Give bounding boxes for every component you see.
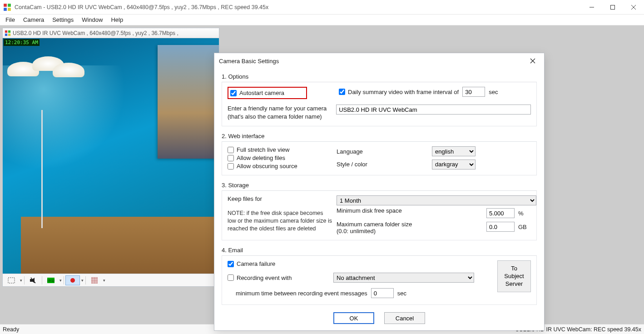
camera-name-input[interactable]: [336, 105, 531, 115]
language-label: Language: [337, 148, 427, 155]
full-stretch-checkbox[interactable]: Full stretch live view: [228, 146, 332, 153]
capture-area-dropdown[interactable]: ▾: [19, 278, 23, 283]
section-email: Camera failure Recording event with No a…: [222, 255, 537, 305]
keep-files-label: Keep files for: [228, 195, 332, 202]
cancel-button[interactable]: Cancel: [384, 312, 425, 324]
max-folder-label1: Maximum camera folder size: [337, 221, 482, 228]
camera-icon: [5, 30, 11, 36]
overlay-timestamp: 12:20:35 AM: [4, 39, 40, 46]
menu-file[interactable]: File: [3, 15, 20, 24]
svg-rect-5: [5, 30, 7, 32]
daily-interval-unit: sec: [489, 89, 498, 95]
dialog-title: Camera Basic Settings: [219, 58, 526, 65]
close-button[interactable]: [623, 0, 644, 15]
svg-rect-7: [5, 33, 7, 35]
max-folder-label2: (0.0: unlimited): [337, 228, 482, 234]
ok-button[interactable]: OK: [333, 312, 374, 324]
mute-camera-button[interactable]: [26, 275, 40, 285]
svg-rect-0: [4, 4, 7, 7]
allow-delete-checkbox[interactable]: Allow deleting files: [228, 155, 332, 161]
workspace: USB2.0 HD IR UVC WebCam , 640x480@7.5fps…: [0, 25, 644, 324]
timestamp-overlay-dropdown[interactable]: ▾: [59, 278, 62, 283]
style-label: Style / color: [337, 161, 427, 168]
app-icon: [3, 3, 11, 11]
section-options-head: 1. Options: [222, 73, 537, 80]
svg-rect-1: [8, 4, 11, 7]
svg-rect-3: [8, 8, 11, 11]
camera-child-window: USB2.0 HD IR UVC WebCam , 640x480@7.5fps…: [2, 28, 219, 287]
section-web-head: 2. Web interface: [222, 133, 537, 140]
svg-rect-8: [8, 33, 10, 35]
timestamp-overlay-button[interactable]: 19:12: [44, 275, 58, 285]
svg-rect-4: [611, 5, 615, 9]
allow-obscure-checkbox[interactable]: Allow obscuring source: [228, 163, 332, 169]
record-dropdown[interactable]: ▾: [80, 278, 84, 283]
section-options: Autostart camera Daily summary video wit…: [222, 82, 537, 126]
to-subject-server-button[interactable]: To Subject Server: [497, 260, 531, 292]
section-storage-head: 3. Storage: [222, 182, 537, 189]
camera-failure-checkbox[interactable]: Camera failure: [228, 260, 490, 267]
menu-camera[interactable]: Camera: [20, 15, 50, 24]
svg-text:19:12: 19:12: [47, 279, 54, 282]
recording-event-checkbox[interactable]: Recording event with: [228, 274, 330, 281]
status-left: Ready: [3, 326, 19, 333]
storage-note: NOTE: if the free disk space becomes low…: [228, 209, 332, 233]
min-free-label: Minimum disk free space: [337, 207, 482, 214]
title-bar: ContaCam - USB2.0 HD IR UVC WebCam , 640…: [0, 0, 644, 15]
maximize-button[interactable]: [602, 0, 623, 15]
max-folder-unit: GB: [518, 224, 527, 230]
grid-dropdown[interactable]: ▾: [102, 278, 106, 283]
keep-files-select[interactable]: 1 Month: [337, 195, 536, 205]
camera-name-hint2: (that's also the camera folder name): [228, 113, 327, 121]
language-select[interactable]: english: [432, 146, 476, 156]
menu-bar: File Camera Settings Window Help: [0, 15, 644, 25]
daily-summary-checkbox[interactable]: Daily summary video with frame interval …: [339, 89, 459, 95]
svg-point-12: [70, 278, 75, 283]
child-window-title: USB2.0 HD IR UVC WebCam , 640x480@7.5fps…: [13, 30, 178, 36]
section-storage: Keep files for 1 Month Minimum disk free…: [222, 190, 537, 240]
autostart-camera-checkbox[interactable]: Autostart camera: [230, 90, 284, 96]
max-folder-input[interactable]: [486, 222, 515, 232]
autostart-highlight: Autostart camera: [228, 87, 307, 99]
section-web: Language english Full stretch live view …: [222, 141, 537, 175]
section-email-head: 4. Email: [222, 247, 537, 254]
capture-area-button[interactable]: [4, 275, 19, 285]
attachment-select[interactable]: No attachment: [333, 273, 474, 283]
menu-settings[interactable]: Settings: [50, 15, 79, 24]
daily-interval-input[interactable]: [462, 87, 485, 97]
style-select[interactable]: darkgray: [432, 160, 476, 169]
grid-button[interactable]: [87, 275, 102, 285]
min-time-label: minimum time between recording event mes…: [236, 290, 367, 297]
svg-rect-2: [4, 8, 7, 11]
camera-name-hint1: Enter a friendly name for your camera: [228, 105, 327, 113]
menu-window[interactable]: Window: [79, 15, 108, 24]
min-time-input[interactable]: [371, 288, 394, 298]
min-free-unit: %: [518, 210, 524, 217]
record-button[interactable]: [65, 275, 80, 285]
camera-live-view: 12:20:35 AM: [3, 38, 219, 274]
camera-basic-settings-dialog: Camera Basic Settings 1. Options Autosta…: [214, 53, 545, 331]
dialog-close-button[interactable]: [526, 54, 540, 68]
window-title: ContaCam - USB2.0 HD IR UVC WebCam , 640…: [15, 4, 581, 10]
child-window-title-bar: USB2.0 HD IR UVC WebCam , 640x480@7.5fps…: [3, 28, 219, 38]
camera-toolbar: ▾ 19:12 ▾ ▾ ▾: [3, 274, 219, 286]
svg-rect-6: [8, 30, 10, 32]
svg-rect-9: [8, 278, 15, 283]
min-time-unit: sec: [397, 290, 406, 297]
minimize-button[interactable]: [581, 0, 602, 15]
min-free-input[interactable]: [486, 208, 515, 218]
menu-help[interactable]: Help: [108, 15, 129, 24]
